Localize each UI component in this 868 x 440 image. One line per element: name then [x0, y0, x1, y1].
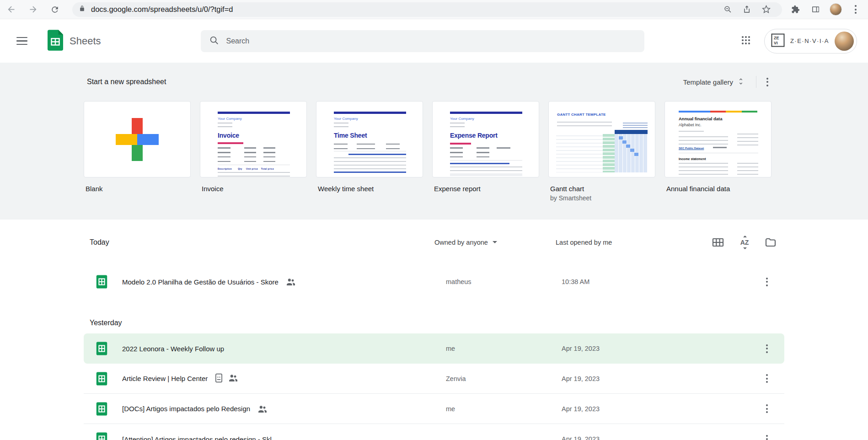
account-avatar[interactable]: [835, 32, 854, 51]
row-more-icon[interactable]: [757, 431, 777, 440]
file-title: 2022 Leonora - Weekly Follow up: [122, 345, 224, 353]
file-title: [DOCs] Artigos impactados pelo Redesign: [122, 405, 250, 413]
address-bar[interactable]: docs.google.com/spreadsheets/u/0/?tgif=d: [72, 2, 782, 17]
sheets-file-icon: [96, 275, 122, 289]
app-title[interactable]: Sheets: [48, 30, 101, 53]
main-menu-icon[interactable]: [16, 37, 27, 45]
sheets-logo: [48, 30, 63, 53]
sheets-file-icon: [96, 372, 122, 386]
doc-company: Your Company: [218, 117, 242, 121]
grid-view-icon[interactable]: [712, 237, 724, 247]
more-options-icon[interactable]: [764, 75, 771, 89]
side-panel-icon[interactable]: [807, 5, 824, 14]
search-bar[interactable]: [201, 30, 644, 52]
bookmark-star-icon[interactable]: [756, 5, 776, 14]
doc-title: Time Sheet: [334, 132, 367, 139]
url-text[interactable]: docs.google.com/spreadsheets/u/0/?tgif=d: [91, 5, 718, 14]
zoom-page-icon[interactable]: [718, 5, 737, 14]
doc-column-headers: [348, 154, 406, 155]
doc-divider: [334, 151, 406, 151]
search-input[interactable]: [225, 37, 636, 46]
doc-fields: [477, 147, 489, 157]
template-blank: Blank: [84, 101, 191, 202]
doc-table-rows: [450, 166, 522, 173]
template-invoice: Your Company Invoice Description Qty Uni…: [200, 101, 307, 202]
search-icon: [209, 35, 219, 47]
doc-address-lines: [334, 123, 348, 130]
template-controls: Template gallery: [680, 75, 771, 90]
account-switcher[interactable]: ZE VI Z·E·N·V·I·A: [764, 29, 857, 54]
doc-title: Annual financial data: [679, 116, 723, 121]
template-annual-thumb[interactable]: Annual financial data Alphabet Inc. SEC …: [664, 101, 772, 177]
gantt-fields: [557, 122, 612, 127]
doc-title: Expense Report: [450, 132, 498, 139]
template-label: Weekly time sheet: [316, 185, 423, 193]
doc-table-rows: [218, 172, 290, 177]
doc-section-title: Income statement: [679, 157, 706, 161]
file-row[interactable]: [DOCs] Artigos impactados pelo Redesign …: [84, 394, 784, 424]
last-opened-label: Last opened by me: [556, 239, 707, 246]
doc-red-note: [218, 142, 243, 144]
template-label: Expense report: [432, 185, 539, 193]
browser-menu-icon[interactable]: [847, 2, 864, 16]
forward-icon[interactable]: [22, 5, 44, 14]
extensions-icon[interactable]: [787, 5, 804, 14]
doc-total-row: [334, 172, 406, 173]
sort-az-icon[interactable]: AZ: [739, 237, 750, 248]
template-blank-thumb[interactable]: [84, 101, 191, 177]
share-icon[interactable]: [737, 5, 756, 14]
file-owner: me: [446, 345, 562, 352]
gantt-timeline-header: [615, 130, 648, 134]
doc-column-headers: [450, 163, 509, 164]
template-gantt-thumb[interactable]: GANTT CHART TEMPLATE: [548, 101, 655, 177]
back-icon[interactable]: [0, 5, 22, 14]
row-more-icon[interactable]: [757, 370, 777, 386]
doc-fields: [263, 147, 275, 162]
sheets-file-icon: [96, 402, 122, 416]
lock-icon[interactable]: [79, 5, 86, 14]
app-header: Sheets ZE VI: [0, 19, 868, 63]
file-row[interactable]: Modelo 2.0 Planilha de Gestão de Usuário…: [84, 267, 784, 297]
file-row[interactable]: [Attention] Artigos impactados pelo rede…: [84, 424, 784, 440]
template-timesheet-thumb[interactable]: Your Company Time Sheet: [316, 101, 423, 177]
app-name: Sheets: [70, 35, 101, 47]
list-header: Today Owned by anyone Last opened by me …: [84, 230, 784, 254]
owned-by-dropdown[interactable]: Owned by anyone: [434, 239, 556, 246]
gantt-timeline-columns: [615, 134, 648, 172]
doc-divider: [450, 160, 522, 161]
doc-fields: [334, 144, 348, 149]
sheets-file-icon: [96, 342, 122, 355]
doc-color-bar: [679, 111, 757, 113]
doc-footer-band: [450, 173, 522, 176]
file-row-highlighted[interactable]: 2022 Leonora - Weekly Follow up me Apr 1…: [84, 333, 784, 364]
template-expense-thumb[interactable]: Your Company Expense Report: [432, 101, 539, 177]
doc-link: SEC Public Dataset: [679, 147, 704, 150]
shared-people-icon: [257, 405, 268, 413]
folder-icon[interactable]: [765, 238, 776, 247]
doc-table-header: Description Qty Unit price Total price: [218, 167, 274, 170]
doc-topbar: [218, 112, 290, 114]
reload-icon[interactable]: [44, 5, 66, 14]
doc-company: Your Company: [450, 117, 474, 121]
file-row[interactable]: Article Review | Help Center Zenvia Apr …: [84, 364, 784, 394]
row-more-icon[interactable]: [757, 341, 777, 357]
template-invoice-thumb[interactable]: Your Company Invoice Description Qty Uni…: [200, 101, 307, 177]
doc-company: Your Company: [334, 117, 358, 121]
template-label: Gantt chart: [548, 185, 655, 193]
doc-fields: [450, 147, 463, 157]
file-list: Today Owned by anyone Last opened by me …: [0, 230, 868, 440]
section-title: Start a new spreadsheet: [87, 78, 166, 86]
row-more-icon[interactable]: [757, 274, 777, 290]
file-owner: Zenvia: [446, 375, 562, 382]
template-section-header: Start a new spreadsheet Template gallery: [0, 63, 868, 101]
file-date: Apr 19, 2023: [562, 375, 757, 382]
row-more-icon[interactable]: [757, 401, 777, 417]
doc-subtitle: Alphabet Inc.: [679, 123, 702, 127]
screen: docs.google.com/spreadsheets/u/0/?tgif=d: [0, 0, 868, 440]
doc-fields: [386, 144, 400, 149]
doc-table-rows: [679, 163, 728, 175]
apps-grid-icon[interactable]: [740, 35, 751, 48]
doc-table-rows: [334, 157, 406, 170]
template-gallery-button[interactable]: Template gallery: [680, 75, 749, 90]
browser-avatar[interactable]: [827, 3, 844, 16]
